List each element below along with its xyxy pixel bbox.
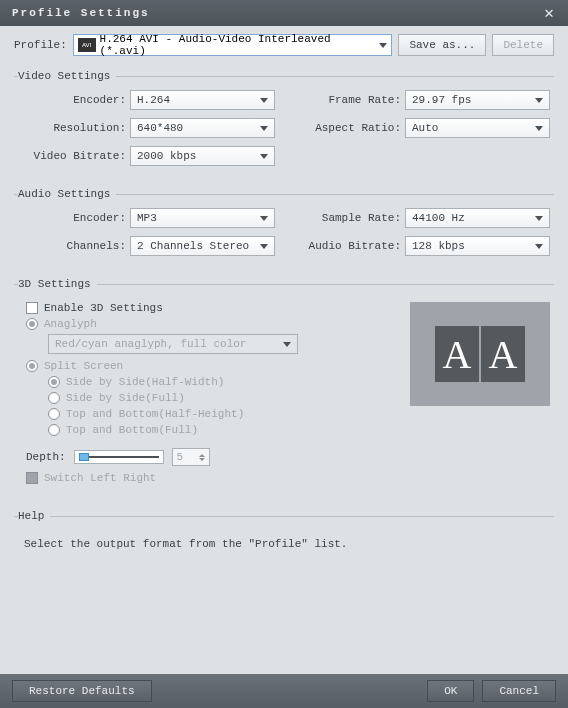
3d-legend: 3D Settings	[18, 278, 97, 290]
window-title: Profile Settings	[12, 7, 150, 19]
profile-select[interactable]: H.264 AVI - Audio-Video Interleaved (*.a…	[73, 34, 393, 56]
framerate-label: Frame Rate:	[293, 94, 401, 106]
audio-bitrate-label: Audio Bitrate:	[293, 240, 401, 252]
audio-settings-group: Audio Settings Encoder: MP3 Sample Rate:…	[14, 188, 554, 260]
audio-encoder-select[interactable]: MP3	[130, 208, 275, 228]
ok-button[interactable]: OK	[427, 680, 474, 702]
video-bitrate-label: Video Bitrate:	[18, 150, 126, 162]
video-legend: Video Settings	[18, 70, 116, 82]
video-encoder-select[interactable]: H.264	[130, 90, 275, 110]
framerate-select[interactable]: 29.97 fps	[405, 90, 550, 110]
samplerate-label: Sample Rate:	[293, 212, 401, 224]
chevron-down-icon	[535, 216, 543, 221]
enable-3d-label: Enable 3D Settings	[44, 302, 163, 314]
3d-preview: A A	[410, 302, 550, 406]
chevron-down-icon	[260, 126, 268, 131]
depth-spinner[interactable]: 5	[172, 448, 210, 466]
channels-label: Channels:	[18, 240, 126, 252]
profile-label: Profile:	[14, 39, 67, 51]
3d-settings-group: 3D Settings Enable 3D Settings Anaglyph …	[14, 278, 554, 492]
spin-up-icon	[199, 454, 205, 457]
video-encoder-label: Encoder:	[18, 94, 126, 106]
anaglyph-mode-select[interactable]: Red/cyan anaglyph, full color	[48, 334, 298, 354]
tb-full-label: Top and Bottom(Full)	[66, 424, 198, 436]
resolution-label: Resolution:	[18, 122, 126, 134]
sbs-full-radio[interactable]	[48, 392, 60, 404]
enable-3d-checkbox[interactable]	[26, 302, 38, 314]
chevron-down-icon	[260, 244, 268, 249]
tb-half-label: Top and Bottom(Half-Height)	[66, 408, 244, 420]
split-screen-label: Split Screen	[44, 360, 123, 372]
chevron-down-icon	[379, 43, 387, 48]
delete-button[interactable]: Delete	[492, 34, 554, 56]
video-settings-group: Video Settings Encoder: H.264 Frame Rate…	[14, 70, 554, 170]
audio-encoder-label: Encoder:	[18, 212, 126, 224]
depth-slider[interactable]	[74, 450, 164, 464]
video-bitrate-select[interactable]: 2000 kbps	[130, 146, 275, 166]
preview-glyph-right: A	[481, 326, 525, 382]
chevron-down-icon	[283, 342, 291, 347]
cancel-button[interactable]: Cancel	[482, 680, 556, 702]
tb-half-radio[interactable]	[48, 408, 60, 420]
avi-icon	[78, 38, 96, 52]
split-screen-radio[interactable]	[26, 360, 38, 372]
restore-defaults-button[interactable]: Restore Defaults	[12, 680, 152, 702]
switch-lr-checkbox[interactable]	[26, 472, 38, 484]
help-legend: Help	[18, 510, 50, 522]
help-text: Select the output format from the "Profi…	[24, 538, 550, 550]
audio-legend: Audio Settings	[18, 188, 116, 200]
close-icon[interactable]: ✕	[540, 3, 560, 23]
chevron-down-icon	[260, 154, 268, 159]
preview-glyph-left: A	[435, 326, 479, 382]
sbs-full-label: Side by Side(Full)	[66, 392, 185, 404]
save-as-button[interactable]: Save as...	[398, 34, 486, 56]
help-group: Help Select the output format from the "…	[14, 510, 554, 554]
chevron-down-icon	[260, 216, 268, 221]
profile-value: H.264 AVI - Audio-Video Interleaved (*.a…	[100, 33, 380, 57]
switch-lr-label: Switch Left Right	[44, 472, 156, 484]
anaglyph-label: Anaglyph	[44, 318, 97, 330]
chevron-down-icon	[260, 98, 268, 103]
aspect-label: Aspect Ratio:	[293, 122, 401, 134]
sbs-half-radio[interactable]	[48, 376, 60, 388]
sbs-half-label: Side by Side(Half-Width)	[66, 376, 224, 388]
channels-select[interactable]: 2 Channels Stereo	[130, 236, 275, 256]
audio-bitrate-select[interactable]: 128 kbps	[405, 236, 550, 256]
slider-thumb-icon	[79, 453, 89, 461]
depth-label: Depth:	[26, 451, 66, 463]
tb-full-radio[interactable]	[48, 424, 60, 436]
chevron-down-icon	[535, 126, 543, 131]
spin-down-icon	[199, 458, 205, 461]
aspect-select[interactable]: Auto	[405, 118, 550, 138]
resolution-select[interactable]: 640*480	[130, 118, 275, 138]
footer: Restore Defaults OK Cancel	[0, 674, 568, 708]
chevron-down-icon	[535, 98, 543, 103]
titlebar: Profile Settings ✕	[0, 0, 568, 26]
samplerate-select[interactable]: 44100 Hz	[405, 208, 550, 228]
chevron-down-icon	[535, 244, 543, 249]
anaglyph-radio[interactable]	[26, 318, 38, 330]
